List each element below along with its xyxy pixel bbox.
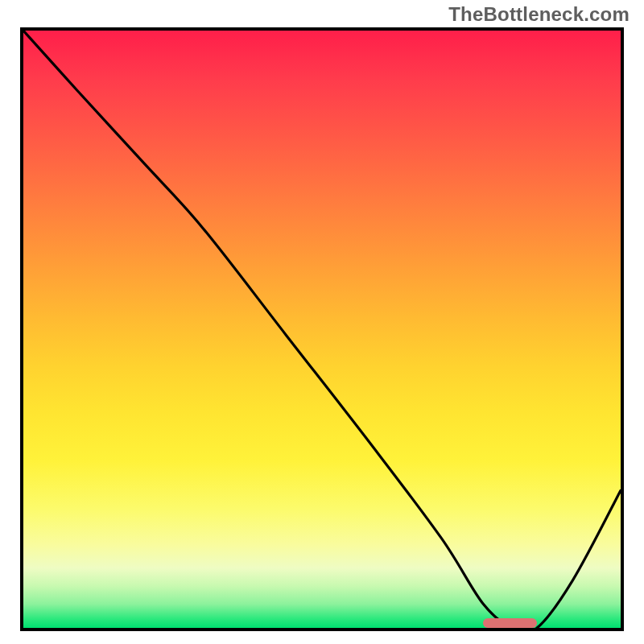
optimum-range-marker: [483, 618, 537, 628]
bottleneck-curve: [23, 31, 621, 628]
watermark-text: TheBottleneck.com: [448, 3, 630, 26]
plot-frame: [20, 27, 624, 631]
chart-container: TheBottleneck.com: [0, 0, 644, 644]
